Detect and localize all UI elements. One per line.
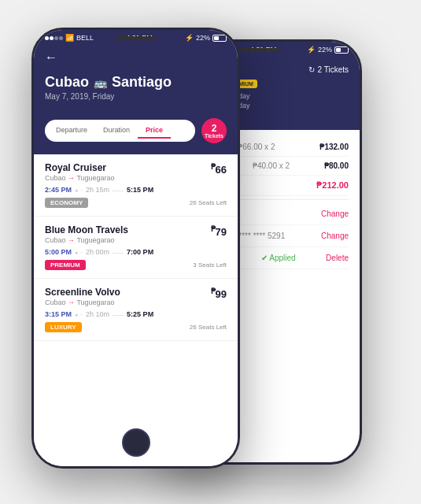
class-badge-0: ECONOMY — [45, 198, 88, 208]
bus-route-1: Cubao → Tuguegarao — [45, 236, 128, 244]
depart-1: 5:00 PM — [45, 248, 72, 256]
arrive-2: 5:25 PM — [127, 310, 153, 318]
convenience-total: ₱80.00 — [324, 161, 349, 170]
front-battery-fill — [214, 36, 219, 40]
tickets-badge-label: Tickets — [205, 133, 223, 139]
back-status-right: ⚡ 22% — [307, 46, 349, 54]
bus-footer-1: PREMIUM 3 Seats Left — [45, 260, 227, 270]
card-left-1: Blue Moon Travels Cubao → Tuguegarao — [45, 224, 128, 244]
card-header-2: Screenline Volvo Cubao → Tuguegarao ₱99 — [45, 287, 227, 306]
from-city: Cubao — [45, 74, 89, 91]
bus-card-2[interactable]: Screenline Volvo Cubao → Tuguegarao ₱99 — [34, 279, 238, 341]
dot-2: —— — [113, 187, 124, 193]
tab-price[interactable]: Price — [138, 123, 171, 139]
back-bluetooth-icon: ⚡ — [307, 46, 316, 54]
bus-name-0: Royal Cruiser — [45, 162, 115, 173]
arrive-1: 7:00 PM — [127, 248, 153, 256]
bus-times-0: 2:45 PM ● ·· 2h 15m —— 5:15 PM — [45, 186, 227, 194]
tickets-label: 2 Tickets — [318, 65, 349, 74]
bus-route-2: Cubao → Tuguegarao — [45, 298, 120, 306]
card-header-1: Blue Moon Travels Cubao → Tuguegarao ₱79 — [45, 224, 227, 244]
dot-4: —— — [113, 250, 124, 255]
back-battery-icon — [334, 46, 349, 54]
phone-front: 📶 BELL 4:21 PM ⚡ 22% ← Cubao — [31, 28, 240, 469]
front-signal — [45, 36, 63, 40]
route-arrow-1: → — [68, 236, 75, 244]
card-left-0: Royal Cruiser Cubao → Tuguegarao — [45, 162, 115, 182]
route-header: Cubao 🚌 Santiago May 7, 2019, Friday — [34, 71, 238, 112]
class-badge-2: LUXURY — [45, 322, 82, 332]
card-number: **** **** 5291 — [238, 232, 285, 240]
depart-2: 3:15 PM — [45, 310, 72, 318]
card-header-0: Royal Cruiser Cubao → Tuguegarao ₱66 — [45, 162, 227, 182]
bus-price-1: ₱79 — [211, 224, 227, 238]
f-signal-dot-4 — [59, 36, 63, 40]
seat-change[interactable]: Change — [321, 209, 349, 218]
bus-footer-0: ECONOMY 26 Seats Left — [45, 198, 227, 208]
duration-1: 2h 00m — [86, 248, 109, 256]
bus-times-1: 5:00 PM ● ·· 2h 00m —— 7:00 PM — [45, 248, 227, 256]
phone-speaker-front — [116, 36, 156, 40]
tab-duration[interactable]: Duration — [95, 123, 138, 139]
route-arrow-0: → — [68, 174, 75, 182]
tickets-count: 2 — [212, 124, 217, 133]
bus-times-2: 3:15 PM ● ·· 2h 10m —— 5:25 PM — [45, 310, 227, 318]
seats-left-1: 3 Seats Left — [193, 261, 227, 269]
dot-1: ● ·· — [75, 187, 83, 193]
card-change[interactable]: Change — [321, 232, 349, 240]
bus-route-0: Cubao → Tuguegarao — [45, 174, 115, 182]
bus-icon: 🚌 — [94, 76, 107, 89]
bus-price-0: ₱66 — [211, 162, 227, 176]
f-signal-dot-2 — [50, 36, 54, 40]
bus-name-2: Screenline Volvo — [45, 287, 120, 298]
tab-departure[interactable]: Departure — [48, 123, 95, 139]
ticket-price-total: ₱132.00 — [319, 143, 349, 151]
front-battery-pct: 22% — [196, 34, 210, 42]
class-badge-1: PREMIUM — [45, 260, 86, 270]
front-bluetooth-icon: ⚡ — [185, 34, 194, 42]
filter-tabs: Departure Duration Price 2 Tickets — [34, 112, 238, 154]
back-button[interactable]: ← — [45, 50, 57, 65]
seats-left-2: 26 Seats Left — [190, 324, 227, 331]
route-arrow-2: → — [68, 298, 75, 306]
depart-0: 2:45 PM — [45, 186, 72, 194]
refresh-tickets[interactable]: ↻ 2 Tickets — [308, 65, 349, 74]
front-carrier: BELL — [76, 34, 94, 42]
convenience-qty: ₱40.00 x 2 — [253, 161, 290, 170]
front-status-right: ⚡ 22% — [185, 34, 227, 42]
refresh-icon: ↻ — [308, 65, 315, 74]
dot-6: —— — [113, 312, 124, 317]
coupon-delete[interactable]: Delete — [326, 254, 349, 262]
route-date: May 7, 2019, Friday — [45, 92, 227, 101]
tabs-pill: Departure Duration Price — [45, 120, 195, 142]
bus-card-1[interactable]: Blue Moon Travels Cubao → Tuguegarao ₱79 — [34, 217, 238, 279]
results-list: Royal Cruiser Cubao → Tuguegarao ₱66 — [34, 154, 238, 466]
dot-5: ● ·· — [75, 312, 83, 317]
coupon-applied: ✔ Applied — [261, 254, 296, 262]
phones-container: 📶 BELL 4:21 PM ⚡ 22% ↻ 2 Tickets — [0, 0, 421, 504]
to-city: Santiago — [112, 74, 172, 91]
bus-footer-2: LUXURY 26 Seats Left — [45, 322, 227, 332]
tickets-badge: 2 Tickets — [201, 118, 227, 143]
front-status-left: 📶 BELL — [45, 34, 94, 42]
bus-price-2: ₱99 — [211, 287, 227, 300]
front-battery-icon — [212, 35, 227, 42]
bus-name-1: Blue Moon Travels — [45, 224, 128, 235]
duration-0: 2h 15m — [86, 186, 109, 194]
bus-card-0[interactable]: Royal Cruiser Cubao → Tuguegarao ₱66 — [34, 154, 238, 217]
duration-2: 2h 10m — [86, 310, 109, 318]
header-nav: ← — [34, 46, 238, 71]
phone-speaker-back — [240, 48, 279, 52]
ticket-price-qty: ₱66.00 x 2 — [238, 143, 275, 151]
f-signal-dot-3 — [54, 36, 58, 40]
card-left-2: Screenline Volvo Cubao → Tuguegarao — [45, 287, 120, 306]
back-battery-pct: 22% — [318, 46, 332, 54]
arrive-0: 5:15 PM — [127, 186, 153, 194]
amount-total: ₱212.00 — [316, 180, 349, 191]
back-battery-fill — [336, 48, 341, 52]
front-wifi-icon: 📶 — [65, 34, 74, 42]
seats-left-0: 26 Seats Left — [190, 199, 227, 206]
home-button[interactable] — [122, 428, 150, 457]
dot-3: ● ·· — [75, 250, 83, 255]
route-title: Cubao 🚌 Santiago — [45, 74, 227, 91]
